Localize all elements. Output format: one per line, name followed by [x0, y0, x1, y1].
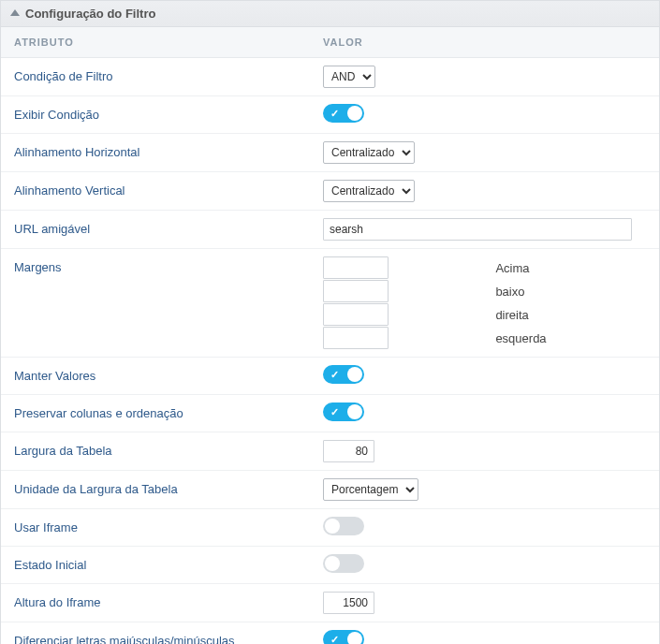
label-show-condition: Exibir Condição: [1, 96, 310, 133]
label-h-align: Alinhamento Horizontal: [1, 134, 310, 170]
label-preserve-cols: Preservar colunas e ordenação: [1, 395, 310, 432]
label-margins: Margens: [1, 249, 310, 285]
label-use-iframe: Usar Iframe: [1, 509, 310, 546]
label-margin-top: Acima: [495, 261, 646, 275]
toggle-case-sensitive[interactable]: [323, 630, 364, 644]
collapse-icon: [10, 9, 20, 16]
row-friendly-url: URL amigável: [1, 211, 659, 249]
row-use-iframe: Usar Iframe: [1, 509, 659, 547]
input-friendly-url[interactable]: [323, 218, 632, 241]
toggle-keep-values[interactable]: [323, 365, 364, 384]
row-v-align: Alinhamento Vertical Centralizado: [1, 172, 659, 211]
label-table-width: Largura da Tabela: [1, 432, 310, 469]
select-h-align[interactable]: Centralizado: [323, 141, 415, 164]
row-preserve-cols: Preservar colunas e ordenação: [1, 395, 659, 432]
row-keep-values: Manter Valores: [1, 358, 659, 395]
toggle-initial-state[interactable]: [323, 554, 364, 573]
toggle-show-condition[interactable]: [323, 104, 364, 123]
input-margin-right[interactable]: [323, 303, 389, 326]
label-margin-bottom: baixo: [495, 285, 646, 299]
label-iframe-height: Altura do Iframe: [1, 584, 310, 621]
row-margins: Margens Acima baixo direita esquerda: [1, 249, 659, 358]
label-margin-left: esquerda: [495, 331, 646, 345]
input-iframe-height[interactable]: [323, 592, 374, 614]
row-iframe-height: Altura do Iframe: [1, 584, 659, 622]
row-table-width: Largura da Tabela: [1, 432, 659, 471]
row-case-sensitive: Diferenciar letras maiúsculas/minúsculas: [1, 622, 659, 644]
row-table-width-unit: Unidade da Largura da Tabela Porcentagem: [1, 471, 659, 509]
input-margin-left[interactable]: [323, 327, 389, 349]
input-margin-top[interactable]: [323, 256, 389, 279]
input-table-width[interactable]: [323, 440, 374, 462]
row-h-align: Alinhamento Horizontal Centralizado: [1, 134, 659, 172]
toggle-preserve-cols[interactable]: [323, 402, 364, 421]
row-show-condition: Exibir Condição: [1, 96, 659, 134]
input-margin-bottom[interactable]: [323, 280, 389, 302]
row-initial-state: Estado Inicial: [1, 547, 659, 584]
toggle-use-iframe[interactable]: [323, 517, 364, 535]
label-table-width-unit: Unidade da Largura da Tabela: [1, 471, 310, 507]
label-case-sensitive: Diferenciar letras maiúsculas/minúsculas: [1, 622, 310, 644]
label-keep-values: Manter Valores: [1, 358, 310, 394]
column-headers: ATRIBUTO VALOR: [1, 27, 659, 58]
filter-config-panel: Configuração do Filtro ATRIBUTO VALOR Co…: [0, 0, 660, 644]
label-initial-state: Estado Inicial: [1, 547, 310, 583]
label-friendly-url: URL amigável: [1, 211, 310, 247]
panel-header[interactable]: Configuração do Filtro: [1, 1, 659, 27]
column-header-val: VALOR: [310, 27, 659, 57]
label-filter-condition: Condição de Filtro: [1, 58, 310, 95]
panel-title: Configuração do Filtro: [25, 7, 155, 21]
select-v-align[interactable]: Centralizado: [323, 180, 415, 202]
label-margin-right: direita: [495, 308, 646, 322]
select-filter-condition[interactable]: AND: [323, 66, 375, 88]
label-v-align: Alinhamento Vertical: [1, 172, 310, 209]
row-filter-condition: Condição de Filtro AND: [1, 58, 659, 96]
column-header-attr: ATRIBUTO: [1, 27, 310, 57]
select-table-width-unit[interactable]: Porcentagem: [323, 478, 418, 501]
